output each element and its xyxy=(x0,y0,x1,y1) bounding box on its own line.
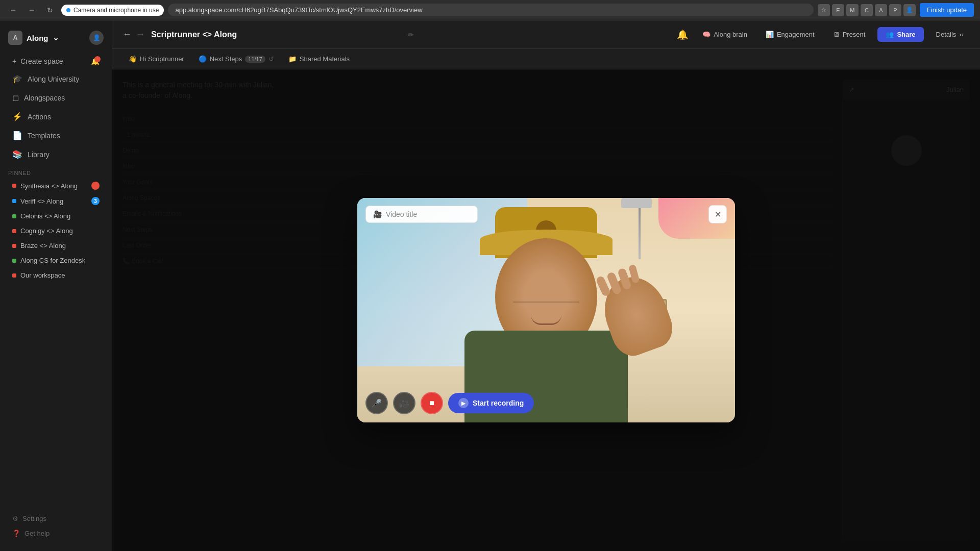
video-recording-modal: 🎥 Video title ✕ xyxy=(357,198,735,422)
camera-badge: Camera and microphone in use xyxy=(61,5,164,16)
play-icon: ▶ xyxy=(458,398,469,408)
brain-icon: 🧠 xyxy=(702,31,710,38)
sidebar-item-alongspaces[interactable]: ◻ Alongspaces xyxy=(4,89,108,107)
forward-nav-icon[interactable]: → xyxy=(136,29,145,40)
space-color-indicator xyxy=(12,273,16,278)
space-label: Synthesia <> Along xyxy=(20,182,78,190)
notification-icon[interactable]: 🔔 xyxy=(677,29,688,40)
bookmark-icon[interactable]: ☆ xyxy=(818,4,830,16)
share-icon: 👥 xyxy=(886,31,894,38)
sidebar-item-along-university[interactable]: 🎓 Along University xyxy=(4,70,108,88)
help-icon: ❓ xyxy=(12,530,20,537)
share-label: Share xyxy=(897,31,915,38)
extension-icon-1[interactable]: E xyxy=(832,4,844,16)
tab-shared-materials[interactable]: 📁 Shared Materials xyxy=(282,52,356,66)
sidebar-item-celonis[interactable]: Celonis <> Along xyxy=(4,209,108,223)
url-bar[interactable]: app.alongspace.com/cH62ugB7SAbqQu739tTc/… xyxy=(168,4,814,16)
sidebar-item-braze[interactable]: Braze <> Along xyxy=(4,239,108,253)
folder-icon: 📁 xyxy=(288,55,297,63)
video-title-placeholder: Video title xyxy=(386,210,417,218)
tab-emoji: 👋 xyxy=(129,55,137,63)
details-button[interactable]: Details ›› xyxy=(930,28,970,41)
sidebar-item-cognigy[interactable]: Cognigy <> Along xyxy=(4,224,108,238)
engagement-icon: 📊 xyxy=(766,31,774,38)
tab-icon: 🔵 xyxy=(199,55,207,63)
app-container: A Along ⌄ 👤 + Create space 🔔 🎓 Along Uni… xyxy=(0,20,980,551)
space-label: Celonis <> Along xyxy=(20,212,70,220)
video-title-input[interactable]: 🎥 Video title xyxy=(365,206,478,223)
plus-icon: + xyxy=(12,57,16,65)
space-badge: 3 xyxy=(91,197,100,205)
refresh-button[interactable]: ↻ xyxy=(43,3,57,17)
present-button[interactable]: 🖥 Present xyxy=(827,28,872,41)
tab-hi-scriptrunner[interactable]: 👋 Hi Scriptrunner xyxy=(122,52,190,66)
sidebar-item-workspace[interactable]: Our workspace xyxy=(4,268,108,282)
workspace-avatar: A xyxy=(8,31,22,45)
tab-label: Hi Scriptrunner xyxy=(140,55,184,63)
notifications-button[interactable]: 🔔 xyxy=(91,57,100,65)
forward-button[interactable]: → xyxy=(24,3,39,17)
finish-update-button[interactable]: Finish update xyxy=(920,3,974,17)
video-preview: 🎤 🎥 ■ ▶ Start recording xyxy=(357,198,735,422)
sidebar-item-label: Library xyxy=(28,151,50,159)
modal-close-button[interactable]: ✕ xyxy=(708,205,727,223)
start-recording-button[interactable]: ▶ Start recording xyxy=(448,393,534,413)
back-nav-icon[interactable]: ← xyxy=(122,29,132,40)
space-color-indicator xyxy=(12,229,16,233)
space-color-indicator xyxy=(12,199,16,203)
create-space-button[interactable]: + Create space 🔔 xyxy=(4,53,108,69)
workspace-name: Along xyxy=(27,34,48,42)
stop-record-button[interactable]: ■ xyxy=(421,392,443,414)
share-button[interactable]: 👥 Share xyxy=(877,27,923,42)
engagement-label: Engagement xyxy=(777,31,815,38)
back-button[interactable]: ← xyxy=(6,3,20,17)
help-button[interactable]: ❓ Get help xyxy=(4,526,108,541)
university-icon: 🎓 xyxy=(12,74,22,84)
extension-icon-4[interactable]: A xyxy=(875,4,887,16)
chevron-icon: ›› xyxy=(959,31,964,38)
tabs-row: 👋 Hi Scriptrunner 🔵 Next Steps 11/17 ↺ 📁… xyxy=(112,49,980,69)
sidebar-item-templates[interactable]: 📄 Templates xyxy=(4,127,108,144)
sidebar-item-library[interactable]: 📚 Library xyxy=(4,145,108,163)
sidebar-item-label: Alongspaces xyxy=(24,94,65,102)
create-space-label: Create space xyxy=(20,57,63,65)
smile xyxy=(531,315,561,325)
profile-icon[interactable]: 👤 xyxy=(903,4,916,16)
tab-label: Next Steps xyxy=(210,55,242,63)
actions-icon: ⚡ xyxy=(12,112,22,121)
video-controls: 🎤 🎥 ■ ▶ Start recording xyxy=(365,392,534,414)
browser-toolbar-icons: ☆ E M C A P 👤 xyxy=(818,4,916,16)
engagement-button[interactable]: 📊 Engagement xyxy=(760,28,821,41)
present-label: Present xyxy=(843,31,866,38)
camera-button[interactable]: 🎥 xyxy=(393,392,415,414)
along-brain-button[interactable]: 🧠 Along brain xyxy=(696,28,753,41)
extension-icon-5[interactable]: P xyxy=(889,4,901,16)
extension-icon-3[interactable]: C xyxy=(861,4,873,16)
settings-button[interactable]: ⚙ Settings xyxy=(4,511,108,526)
space-label: Braze <> Along xyxy=(20,242,66,249)
templates-icon: 📄 xyxy=(12,131,22,140)
tab-next-steps[interactable]: 🔵 Next Steps 11/17 ↺ xyxy=(192,52,280,66)
alongspaces-icon: ◻ xyxy=(12,93,19,103)
workspace-selector[interactable]: A Along ⌄ xyxy=(8,31,59,45)
edit-title-icon[interactable]: ✏ xyxy=(408,31,414,39)
microphone-button[interactable]: 🎤 xyxy=(365,392,388,414)
sidebar-item-veriff[interactable]: Veriff <> Along 3 xyxy=(4,194,108,208)
breadcrumb-nav: ← → xyxy=(122,29,145,40)
workspace-chevron-icon: ⌄ xyxy=(53,33,59,42)
sidebar-item-along-cs[interactable]: Along CS for Zendesk xyxy=(4,254,108,267)
space-color-indicator xyxy=(12,214,16,218)
camera-badge-label: Camera and microphone in use xyxy=(74,7,159,14)
modal-title-bar: 🎥 Video title ✕ xyxy=(357,198,735,231)
extension-icon-2[interactable]: M xyxy=(846,4,859,16)
pinned-section-label: Pinned xyxy=(0,164,112,178)
url-text: app.alongspace.com/cH62ugB7SAbqQu739tTc/… xyxy=(175,6,422,14)
library-icon: 📚 xyxy=(12,149,22,159)
space-label: Cognigy <> Along xyxy=(20,227,73,235)
user-avatar[interactable]: 👤 xyxy=(89,31,104,45)
space-color-indicator xyxy=(12,184,16,188)
sidebar-item-synthesia[interactable]: Synthesia <> Along xyxy=(4,179,108,193)
sidebar-item-label: Actions xyxy=(28,113,51,121)
space-color-indicator xyxy=(12,259,16,263)
sidebar-item-actions[interactable]: ⚡ Actions xyxy=(4,108,108,126)
